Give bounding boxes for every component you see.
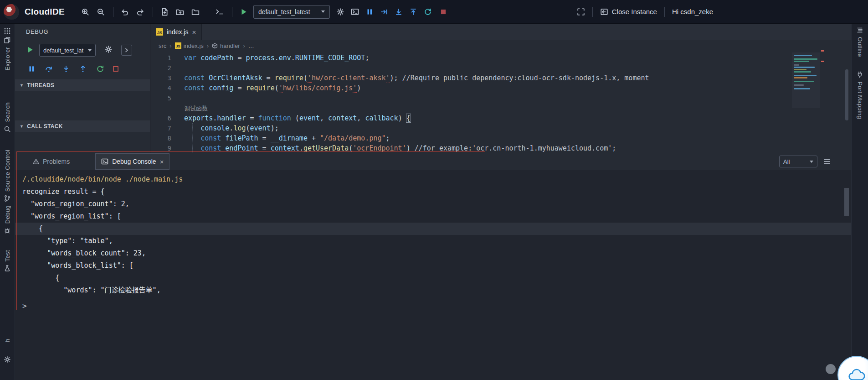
toolbar-divider — [208, 7, 208, 17]
panel-title: DEBUG — [26, 28, 48, 35]
start-debug-icon[interactable] — [26, 46, 34, 54]
call-stack-section-header[interactable]: ▼ CALL STACK — [15, 120, 150, 132]
fullscreen-icon[interactable] — [577, 8, 585, 16]
chevron-down-icon: ▼ — [20, 83, 24, 88]
console-output[interactable]: /.cloudide/node/bin/node ./node.main.jsr… — [15, 170, 851, 312]
chevron-right-icon: › — [243, 42, 245, 49]
console-scrollbar[interactable] — [844, 188, 849, 216]
refresh-icon[interactable] — [424, 8, 432, 16]
tab-debug-console[interactable]: Debug Console × — [95, 153, 169, 170]
console-line: { — [15, 223, 851, 235]
chevron-down-icon: ▼ — [20, 124, 24, 129]
step-over-icon[interactable] — [45, 65, 53, 73]
toolbar-divider — [113, 7, 113, 17]
download-icon[interactable] — [395, 8, 403, 16]
gear-icon[interactable] — [336, 8, 344, 16]
console-line: recognize result = { — [15, 186, 851, 198]
sidebar-item-label: Outline — [857, 37, 863, 57]
chevron-right-icon: › — [169, 42, 171, 49]
app-title: CloudIDE — [25, 7, 65, 17]
bottom-panel-tabbar: Problems Debug Console × All — [15, 153, 851, 170]
sidebar-item-test[interactable]: Test — [0, 250, 15, 272]
threads-section-header[interactable]: ▼ THREADS — [15, 79, 150, 91]
close-icon[interactable]: × — [160, 158, 164, 165]
debug-pause-icon[interactable] — [27, 65, 36, 73]
pause-icon[interactable] — [365, 8, 374, 16]
sidebar-item-debug[interactable]: Debug — [0, 205, 15, 234]
step-into-icon[interactable] — [62, 65, 70, 73]
toolbar-divider — [232, 7, 232, 17]
runtime-select[interactable]: default_test_latest — [253, 5, 330, 19]
breadcrumb: src › JS index.js › handler › … — [150, 40, 851, 51]
console-line: /.cloudide/node/bin/node ./node.main.js — [15, 173, 851, 186]
continue-to-end-icon[interactable] — [380, 8, 388, 16]
stop-icon[interactable] — [439, 8, 447, 16]
close-instance-button[interactable]: Close Instance — [600, 8, 657, 16]
zoom-in-icon[interactable] — [81, 8, 89, 16]
code-editor[interactable]: 1var codePath = process.env.RUNTIME_CODE… — [150, 51, 851, 153]
gear-icon — [4, 356, 11, 363]
undo-icon[interactable] — [121, 8, 129, 16]
outline-icon — [856, 26, 863, 34]
restart-icon[interactable] — [96, 65, 104, 73]
console-filter-select[interactable]: All — [779, 156, 817, 167]
sidebar-item-explorer[interactable]: Explorer — [0, 36, 15, 71]
minimap[interactable] — [792, 52, 820, 108]
console-controls: All — [779, 156, 831, 167]
console-prompt[interactable]: > — [15, 300, 851, 312]
step-out-icon[interactable] — [79, 65, 87, 73]
sidebar-item-outline[interactable]: Outline — [852, 26, 868, 57]
toolbar-divider — [592, 7, 593, 17]
breadcrumb-item[interactable]: handler — [212, 42, 240, 49]
apps-grid-button[interactable] — [0, 27, 15, 35]
editor-scrollbar[interactable] — [845, 69, 848, 120]
folder-icon[interactable] — [191, 8, 200, 16]
code-line: 3const OcrClientAksk = require('hw/orc-c… — [150, 73, 851, 83]
js-file-icon: JS — [156, 28, 163, 36]
console-line: "words": "门诊检验报告单", — [15, 284, 851, 297]
breadcrumb-item[interactable]: JS index.js — [175, 42, 204, 49]
sidebar-item-label: Port Mapping — [857, 82, 863, 119]
code-line: 1var codePath = process.env.RUNTIME_CODE… — [150, 53, 851, 63]
zoom-out-icon[interactable] — [97, 8, 105, 16]
tab-index-js[interactable]: JS index.js × — [150, 24, 202, 40]
breadcrumb-item[interactable]: … — [248, 42, 254, 49]
close-instance-icon — [600, 8, 608, 16]
toolbar-divider — [664, 7, 665, 17]
console-line: "words_block_list": [ — [15, 260, 851, 272]
new-file-icon[interactable] — [160, 8, 169, 16]
console-lines: /.cloudide/node/bin/node ./node.main.jsr… — [15, 173, 851, 297]
console-menu-icon[interactable] — [823, 157, 831, 166]
redo-icon[interactable] — [136, 8, 144, 16]
section-label: THREADS — [27, 82, 54, 88]
sidebar-item-port-mapping[interactable]: Port Mapping — [852, 71, 868, 119]
breadcrumb-item[interactable]: src — [159, 42, 166, 49]
sidebar-item-partial[interactable]: h — [0, 338, 15, 342]
code-line: 5 — [150, 93, 851, 103]
sidebar-item-label: h — [4, 338, 11, 342]
close-instance-label: Close Instance — [612, 8, 657, 16]
sidebar-item-label: Search — [4, 102, 11, 122]
code-line: 4const config = require('hw/libs/config.… — [150, 83, 851, 93]
sidebar-item-search[interactable]: Search — [0, 102, 15, 133]
assistant-secondary-dot[interactable] — [826, 364, 836, 374]
console-line: "words_block_count": 23, — [15, 247, 851, 260]
cloudide-window: CloudIDE default_test_latest — [0, 0, 868, 380]
run-play-icon[interactable] — [240, 8, 248, 16]
branch-icon — [4, 195, 11, 202]
sidebar-item-label: Source Control — [4, 150, 11, 192]
chevron-right-icon: › — [207, 42, 209, 49]
settings-button[interactable] — [0, 356, 15, 363]
new-folder-icon[interactable] — [176, 8, 184, 16]
upload-icon[interactable] — [409, 8, 417, 16]
debug-settings-icon[interactable] — [104, 45, 113, 53]
open-terminal-icon[interactable] — [351, 8, 359, 16]
open-launch-config-button[interactable] — [121, 45, 132, 56]
tab-problems[interactable]: Problems — [32, 158, 70, 165]
right-activity-bar: Outline Port Mapping — [851, 24, 868, 380]
close-icon[interactable]: × — [192, 29, 196, 36]
debug-stop-icon[interactable] — [112, 65, 120, 73]
sidebar-item-source-control[interactable]: Source Control — [0, 150, 15, 202]
debug-config-select[interactable]: default_test_lat — [39, 44, 96, 57]
terminal-icon[interactable] — [216, 8, 224, 16]
